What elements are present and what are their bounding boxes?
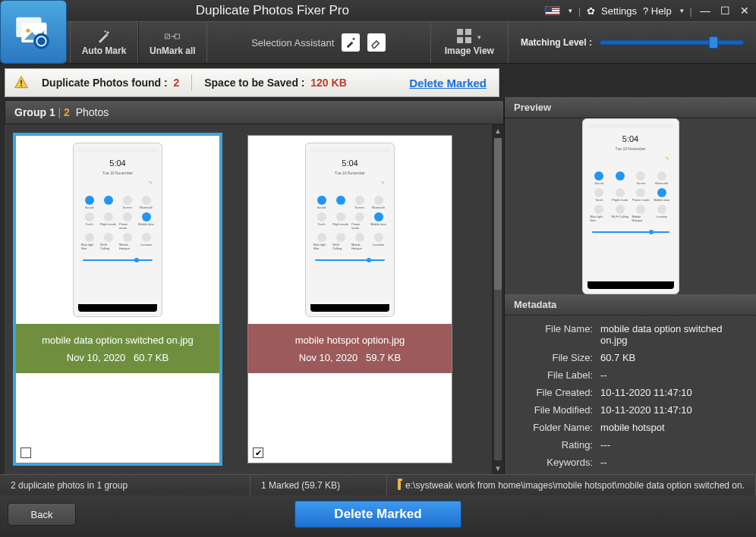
metadata-value: 10-11-2020 11:47:10	[600, 387, 747, 398]
thumbnail-image: 5:04 Tue 10 November ✎ SoundTorrentBluet…	[248, 136, 452, 324]
main-area: Group 1 | 2 Photos 5:04 Tue 10 November …	[0, 97, 756, 474]
svg-rect-7	[165, 34, 170, 39]
phone-screenshot-mock: 5:04 Tue 10 November ✎ SoundTorrentBluet…	[582, 118, 679, 294]
card-meta: Nov 10, 2020 60.7 KB	[22, 349, 213, 366]
matching-level-label: Matching Level :	[521, 37, 592, 48]
language-flag-icon[interactable]	[545, 6, 560, 15]
auto-select-icon[interactable]	[342, 33, 360, 52]
metadata-value: --	[600, 369, 747, 381]
metadata-key: File Name:	[514, 323, 593, 346]
auto-mark-label: Auto Mark	[82, 46, 127, 56]
settings-menu[interactable]: Settings	[601, 5, 637, 17]
phone-screenshot-mock: 5:04 Tue 10 November ✎ SoundTorrentBluet…	[73, 143, 162, 317]
title-bar: Duplicate Photos Fixer Pro ▾ | ✿ Setting…	[0, 0, 756, 21]
metadata-value: --	[600, 457, 747, 468]
metadata-row: File Created: 10-11-2020 11:47:10	[514, 387, 747, 398]
chevron-down-icon[interactable]: ▾	[680, 7, 684, 14]
preview-area: 5:04 Tue 10 November ✎ SoundTorrentBluet…	[505, 118, 756, 294]
phone-screenshot-mock: 5:04 Tue 10 November ✎ SoundTorrentBluet…	[305, 143, 395, 317]
info-bar: Duplicate Photos found : 2 Space to be S…	[5, 68, 499, 97]
image-view-label: Image View	[445, 46, 494, 56]
metadata-value: mobile data option switched on.jpg	[600, 323, 747, 346]
metadata-key: File Created:	[514, 387, 593, 398]
card-caption: mobile data option switched on.jpg Nov 1…	[16, 324, 219, 373]
unmark-all-button[interactable]: UnMark all	[138, 22, 207, 63]
scroll-thumb[interactable]	[494, 138, 502, 290]
metadata-row: File Name: mobile data option switched o…	[514, 323, 747, 346]
card-meta: Nov 10, 2020 59.7 KB	[254, 349, 446, 366]
photo-card[interactable]: 5:04 Tue 10 November ✎ SoundTorrentBluet…	[247, 135, 452, 463]
preview-header: Preview	[505, 97, 756, 118]
metadata-value: 60.7 KB	[600, 352, 747, 363]
metadata-row: Rating: ---	[514, 439, 747, 451]
status-duplicates: 2 duplicate photos in 1 group	[0, 475, 250, 495]
chevron-down-icon: ▾	[477, 33, 481, 41]
delete-marked-button[interactable]: Delete Marked	[295, 501, 461, 528]
svg-point-2	[26, 29, 30, 33]
svg-point-6	[105, 31, 106, 33]
metadata-row: File Modified: 10-11-2020 11:47:10	[514, 404, 747, 416]
app-logo	[0, 0, 67, 64]
mark-checkbox[interactable]: ✔	[253, 448, 263, 458]
chevron-down-icon[interactable]: ▾	[569, 7, 572, 14]
bottom-bar: Back Delete Marked	[0, 495, 756, 533]
maximize-button[interactable]: ☐	[718, 5, 732, 17]
image-view-button[interactable]: ▾ Image View	[431, 22, 509, 63]
group-header: Group 1 | 2 Photos	[5, 100, 504, 124]
scroll-up-icon[interactable]: ▲	[492, 124, 504, 137]
group-label: Group 1	[14, 106, 55, 118]
thumbnail-image: 5:04 Tue 10 November ✎ SoundTorrentBluet…	[16, 136, 219, 324]
svg-rect-10	[20, 80, 22, 84]
svg-point-9	[353, 38, 355, 40]
scroll-down-icon[interactable]: ▼	[492, 462, 504, 474]
metadata-row: Keywords: --	[514, 457, 747, 468]
side-panel: Preview 5:04 Tue 10 November ✎ SoundTorr…	[504, 97, 756, 474]
metadata-key: Folder Name:	[514, 422, 593, 433]
status-path: e:\systweak work from home\images\mobile…	[387, 475, 756, 495]
photo-card[interactable]: 5:04 Tue 10 November ✎ SoundTorrentBluet…	[15, 135, 220, 463]
vertical-scrollbar[interactable]: ▲ ▼	[492, 124, 504, 474]
metadata-key: File Label:	[514, 369, 593, 381]
warning-icon	[13, 75, 30, 90]
card-caption: mobile hotspot option.jpg Nov 10, 2020 5…	[248, 324, 452, 373]
metadata-row: File Size: 60.7 KB	[514, 352, 747, 363]
main-toolbar: Auto Mark UnMark all Selection Assistant…	[0, 21, 756, 64]
help-menu[interactable]: ? Help	[643, 5, 672, 17]
eraser-icon[interactable]	[367, 33, 386, 52]
svg-rect-4	[40, 39, 43, 44]
group-count: 2	[64, 106, 70, 118]
matching-level-section: Matching Level :	[509, 22, 756, 63]
minimize-button[interactable]: —	[698, 5, 712, 17]
metadata-header: Metadata	[505, 294, 756, 316]
matching-level-slider[interactable]	[600, 40, 744, 45]
metadata-value: ---	[600, 439, 747, 451]
thumbnail-grid: 5:04 Tue 10 November ✎ SoundTorrentBluet…	[5, 124, 504, 474]
svg-point-5	[107, 32, 109, 34]
selection-assistant-section: Selection Assistant	[207, 22, 431, 63]
divider	[191, 74, 192, 91]
mark-checkbox[interactable]	[20, 448, 31, 458]
close-button[interactable]: ✕	[738, 5, 751, 17]
auto-mark-button[interactable]: Auto Mark	[70, 22, 138, 63]
app-title: Duplicate Photos Fixer Pro	[0, 3, 545, 18]
metadata-key: Keywords:	[514, 457, 593, 468]
space-value: 120 KB	[310, 77, 346, 89]
svg-rect-11	[20, 85, 22, 86]
unmark-icon	[165, 29, 180, 44]
group-suffix: Photos	[76, 106, 109, 118]
wand-icon	[96, 29, 112, 44]
found-label: Duplicate Photos found :	[42, 77, 168, 89]
gear-icon[interactable]: ✿	[587, 5, 595, 17]
status-bar: 2 duplicate photos in 1 group 1 Marked (…	[0, 474, 756, 495]
svg-rect-8	[175, 34, 180, 39]
delete-marked-link[interactable]: Delete Marked	[409, 77, 491, 90]
metadata-value: mobile hotspot	[600, 422, 747, 433]
metadata-row: File Label: --	[514, 369, 747, 381]
metadata-list: File Name: mobile data option switched o…	[505, 316, 756, 474]
status-marked: 1 Marked (59.7 KB)	[250, 475, 387, 495]
back-button[interactable]: Back	[8, 503, 76, 526]
slider-handle[interactable]	[709, 36, 718, 49]
card-filename: mobile hotspot option.jpg	[254, 331, 446, 349]
metadata-key: File Modified:	[514, 404, 593, 416]
found-count: 2	[173, 77, 179, 89]
